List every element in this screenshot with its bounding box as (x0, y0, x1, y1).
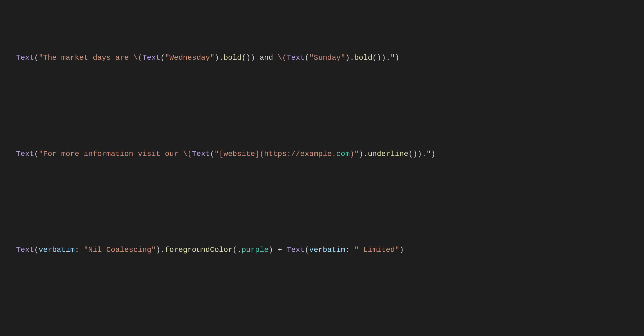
token-string-3: \( (278, 54, 287, 62)
token-string-8: "Nil Coalescing" (84, 246, 156, 254)
token-string-7: )" (350, 150, 359, 158)
token-string-4: "Sunday" (309, 54, 345, 62)
token-paren-3: ). (214, 54, 224, 62)
blank-2 (16, 196, 628, 208)
token-Text-4: Text (16, 150, 34, 158)
token-Text-7: Text (287, 246, 305, 254)
token-bold-1: bold (224, 54, 241, 62)
token-string-6: "[website](https://example. (214, 150, 336, 158)
token-paren-15: ). (156, 246, 165, 254)
blank-1 (16, 100, 628, 112)
code-editor: Text("The market days are \(Text("Wednes… (16, 16, 628, 336)
token-paren-8: ) (395, 54, 400, 62)
token-string-2: "Wednesday" (165, 54, 215, 62)
token-underline: underline (368, 150, 408, 158)
blank-3 (16, 292, 628, 316)
token-purple-val: purple (241, 246, 269, 254)
token-com: com (336, 150, 350, 158)
token-paren-1: ( (34, 54, 39, 62)
token-bold-2: bold (354, 54, 372, 62)
token-paren-17: ) + (269, 246, 287, 254)
token-Text-3: Text (287, 54, 305, 62)
token-Text-5: Text (192, 150, 210, 158)
token-paren-14: ( (34, 246, 39, 254)
token-colon-1: : (75, 246, 84, 254)
token-verbatim-1: verbatim (39, 246, 75, 254)
token-string-1: "The market days are \( (39, 54, 142, 62)
token-paren-2: ( (160, 54, 165, 62)
token-paren-10: ( (210, 150, 215, 158)
token-paren-6: ). (345, 54, 354, 62)
token-colon-2: : (345, 246, 354, 254)
token-string-5: "For more information visit our \( (39, 150, 192, 158)
code-line-3: Text(verbatim: "Nil Coalescing").foregro… (16, 244, 628, 256)
token-Text-6: Text (16, 246, 34, 254)
token-foreground: foregroundColor (165, 246, 233, 254)
token-paren-12: ())." (408, 150, 431, 158)
code-line-2: Text("For more information visit our \(T… (16, 148, 628, 160)
token-paren-4: ()) (241, 54, 259, 62)
token-paren-16: (. (233, 246, 242, 254)
token-paren-13: ) (431, 150, 436, 158)
token-paren-19: ) (399, 246, 404, 254)
token-string-9: " Limited" (354, 246, 399, 254)
token-paren-5: ( (305, 54, 309, 62)
token-paren-9: ( (34, 150, 39, 158)
token-Text-2: Text (142, 54, 160, 62)
token-and: and (259, 54, 277, 62)
token-paren-11: ). (359, 150, 368, 158)
code-line-1: Text("The market days are \(Text("Wednes… (16, 52, 628, 64)
token-verbatim-2: verbatim (309, 246, 345, 254)
token-Text-1: Text (16, 54, 34, 62)
token-paren-7: ())." (372, 54, 395, 62)
token-paren-18: ( (305, 246, 309, 254)
